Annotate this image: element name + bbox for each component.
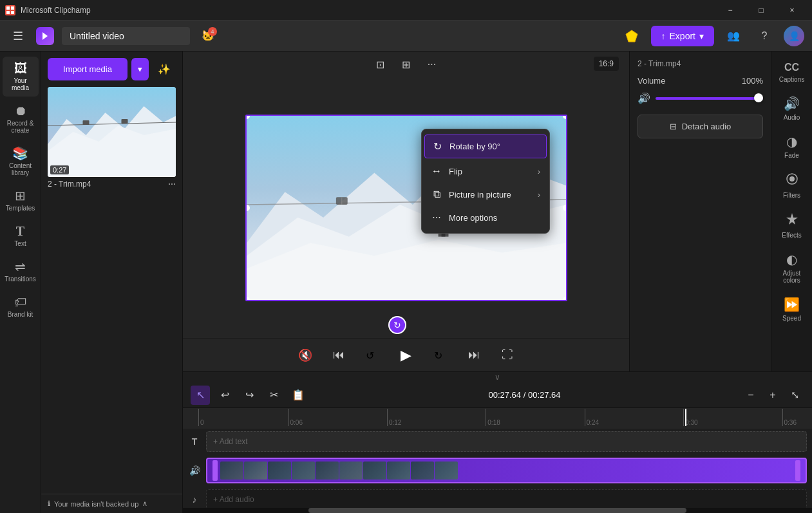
maximize-button[interactable]: □ <box>746 0 776 21</box>
zoom-out-button[interactable]: − <box>741 386 760 405</box>
fullscreen-button[interactable]: ⛶ <box>496 344 519 367</box>
notification-button[interactable]: 🐱 4 <box>198 26 218 46</box>
audio-label: Audio <box>784 114 800 121</box>
select-tool-button[interactable]: ↖ <box>191 386 210 405</box>
rewind-button[interactable]: ↺ <box>361 344 384 367</box>
redo-button[interactable]: ↪ <box>240 386 259 405</box>
clip-frames <box>220 462 793 480</box>
sidebar-label-templates: Templates <box>6 205 35 212</box>
cut-button[interactable]: ✂ <box>264 386 283 405</box>
clip-handle-left[interactable] <box>212 460 218 481</box>
text-track-content: + Add text <box>206 431 807 452</box>
media-panel: Import media ▾ ✨ <box>41 51 183 513</box>
captions-tool[interactable]: CC Captions <box>774 57 810 88</box>
clip-label-row: 2 - Trim.mp4 ⋯ <box>48 180 176 189</box>
rotate-handle[interactable]: ↻ <box>388 316 406 334</box>
mute-button[interactable]: 🔇 <box>294 344 317 367</box>
media-thumbnail[interactable]: 0:27 2 - Trim.mp4 ⋯ <box>48 87 176 189</box>
fit-button[interactable]: ⊞ <box>396 54 417 75</box>
insert-media-button[interactable]: 📋 <box>288 386 308 405</box>
right-panel-clip-title: 2 - Trim.mp4 <box>637 59 763 68</box>
scroll-thumb[interactable] <box>308 508 686 513</box>
effects-tool[interactable]: Effects <box>774 207 810 244</box>
filters-tool[interactable]: Filters <box>774 167 810 204</box>
frame-handle-mr[interactable] <box>563 205 567 211</box>
frame-2 <box>244 462 267 480</box>
sidebar-item-your-media[interactable]: 🖼 Your media <box>3 57 39 97</box>
canvas-wrapper: ⊡ ⊞ ··· 16:9 <box>183 51 812 513</box>
zoom-in-button[interactable]: + <box>763 386 782 405</box>
frame-handle-br[interactable] <box>563 297 567 301</box>
app-logo <box>36 27 54 45</box>
rotate-menu-item[interactable]: ↻ Rotate by 90° <box>424 135 547 158</box>
sidebar-item-brand-kit[interactable]: 🏷 Brand kit <box>3 290 39 323</box>
clip-handle-right[interactable] <box>795 460 800 481</box>
backup-bar[interactable]: ℹ Your media isn't backed up ∧ <box>41 494 182 513</box>
sidebar-item-templates[interactable]: ⊞ Templates <box>3 184 39 217</box>
video-title-input[interactable] <box>62 27 190 45</box>
magic-button[interactable]: ✨ <box>153 58 176 80</box>
timeline-collapse-btn[interactable]: ∨ <box>183 372 812 382</box>
ruler-mark-0: 0 <box>198 409 204 426</box>
add-text-button[interactable]: + Add text <box>206 431 807 452</box>
clip-duration: 0:27 <box>50 165 69 174</box>
pip-arrow-icon: › <box>538 190 540 200</box>
fade-tool[interactable]: ◑ Fade <box>774 129 810 164</box>
text-track-type-icon: T <box>192 436 198 447</box>
add-audio-button[interactable]: + Add audio <box>206 489 807 508</box>
skip-back-button[interactable]: ⏮ <box>327 344 350 367</box>
speed-tool[interactable]: ⏩ Speed <box>774 292 810 327</box>
more-canvas-button[interactable]: ··· <box>422 54 442 75</box>
sidebar-item-text[interactable]: T Text <box>3 219 39 252</box>
frame-handle-tl[interactable] <box>245 115 250 119</box>
sidebar-label-transitions: Transitions <box>5 275 36 283</box>
close-button[interactable]: × <box>777 0 807 21</box>
frame-handle-bl[interactable] <box>245 297 250 301</box>
crop-button[interactable]: ⊡ <box>370 54 391 75</box>
detach-audio-button[interactable]: ⊟ Detach audio <box>637 115 763 138</box>
sidebar-item-record-create[interactable]: ⏺ Record & create <box>3 99 39 139</box>
flip-menu-item[interactable]: ↔ Flip › <box>422 160 549 183</box>
help-icon-button[interactable]: ? <box>753 24 776 48</box>
volume-thumb[interactable] <box>754 93 763 102</box>
skip-forward-button[interactable]: ⏭ <box>462 344 486 367</box>
frame-handle-tr[interactable] <box>563 115 567 119</box>
sidebar-label-record: Record & create <box>5 120 36 134</box>
video-track-type-icon: 🔊 <box>189 465 200 476</box>
clip-more-icon[interactable]: ⋯ <box>168 180 176 189</box>
more-options-menu-item[interactable]: ··· More options <box>422 206 549 229</box>
timeline-toolbar: ↖ ↩ ↪ ✂ 📋 00:27.64 / 00:27.64 − + ⤡ <box>183 382 812 408</box>
video-clip[interactable] <box>206 458 807 483</box>
play-pause-button[interactable]: ▶ <box>394 343 419 368</box>
undo-button[interactable]: ↩ <box>215 386 234 405</box>
timeline-scrollbar[interactable] <box>183 508 812 513</box>
playback-bar: 🔇 ⏮ ↺ ▶ ↻ ⏭ ⛶ <box>183 338 629 371</box>
adjust-colors-tool[interactable]: ◐ Adjust colors <box>774 247 810 289</box>
transitions-icon: ⇌ <box>15 260 26 273</box>
volume-slider[interactable] <box>656 97 763 100</box>
far-right-toolbar: CC Captions 🔊 Audio ◑ Fade Filters <box>771 51 812 371</box>
current-time: 00:27.64 <box>488 390 521 400</box>
canvas-toolbar: ⊡ ⊞ ··· 16:9 <box>183 51 629 77</box>
user-avatar[interactable]: 👤 <box>784 26 804 46</box>
import-dropdown-button[interactable]: ▾ <box>131 58 149 80</box>
sidebar-item-transitions[interactable]: ⇌ Transitions <box>3 255 39 288</box>
fit-timeline-button[interactable]: ⤡ <box>785 386 804 405</box>
forward-button[interactable]: ↻ <box>429 344 452 367</box>
premium-button[interactable] <box>620 24 643 48</box>
export-button[interactable]: ↑ Export ▾ <box>651 26 714 46</box>
people-icon-button[interactable]: 👥 <box>722 24 745 48</box>
import-media-button[interactable]: Import media <box>48 58 127 80</box>
total-time: 00:27.64 <box>528 390 561 400</box>
pip-menu-item[interactable]: ⧉ Picture in picture › <box>422 183 549 206</box>
sidebar-item-content-library[interactable]: 📚 Content library <box>3 142 39 182</box>
captions-icon: CC <box>784 62 799 73</box>
speed-label: Speed <box>782 315 801 322</box>
audio-tool[interactable]: 🔊 Audio <box>774 91 810 126</box>
menu-button[interactable]: ☰ <box>8 26 28 46</box>
captions-label: Captions <box>779 76 804 83</box>
minimize-button[interactable]: − <box>715 0 745 21</box>
record-icon: ⏺ <box>14 104 27 117</box>
sidebar-label-content: Content library <box>5 162 36 176</box>
ruler-mark-5: 0:30 <box>683 409 697 426</box>
